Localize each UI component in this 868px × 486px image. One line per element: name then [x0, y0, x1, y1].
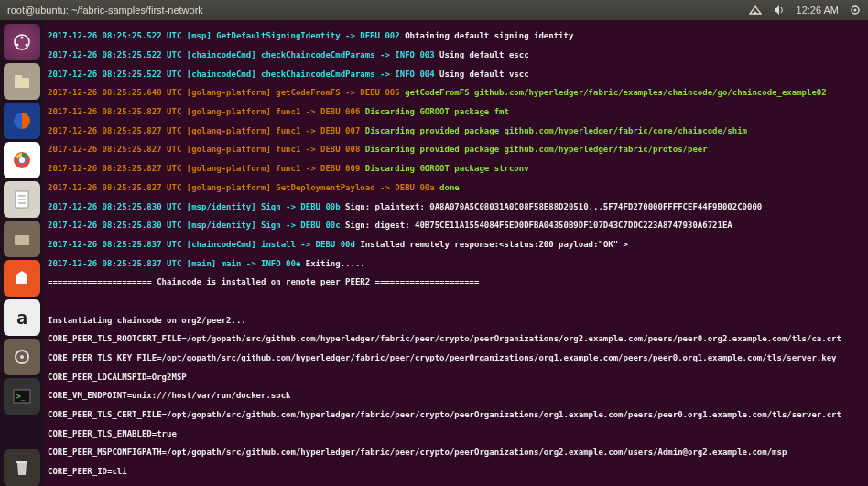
window-title: root@ubuntu: ~/fabric-samples/first-netw…	[7, 5, 749, 16]
files-icon[interactable]	[4, 63, 40, 100]
terminal-icon[interactable]: >_	[4, 378, 40, 415]
svg-point-19	[20, 355, 24, 359]
svg-rect-22	[16, 461, 27, 463]
gear-icon[interactable]	[850, 5, 861, 16]
svg-rect-7	[15, 75, 22, 79]
document-icon[interactable]	[4, 181, 40, 218]
amazon-icon[interactable]: a	[4, 299, 40, 336]
svg-point-1	[854, 9, 857, 12]
unity-launcher: a >_	[0, 20, 44, 486]
clock[interactable]: 12:26 AM	[797, 5, 839, 16]
volume-icon[interactable]	[773, 5, 786, 16]
log-line: 2017-12-26 08:25:25.522 UTC [msp] GetDef…	[48, 31, 405, 40]
settings-icon[interactable]	[4, 339, 40, 375]
terminal-output[interactable]: 2017-12-26 08:25:25.522 UTC [msp] GetDef…	[44, 20, 868, 486]
svg-point-4	[16, 44, 19, 47]
svg-point-5	[26, 44, 28, 47]
dash-icon[interactable]	[4, 24, 40, 60]
network-icon[interactable]	[749, 5, 762, 16]
svg-point-3	[21, 37, 24, 39]
svg-point-11	[19, 157, 25, 163]
firefox-icon[interactable]	[4, 103, 40, 139]
svg-rect-16	[15, 235, 29, 245]
trash-icon[interactable]	[4, 449, 40, 486]
system-tray: 12:26 AM	[749, 5, 861, 16]
svg-text:>_: >_	[16, 393, 26, 401]
top-menu-bar: root@ubuntu: ~/fabric-samples/first-netw…	[0, 0, 868, 20]
svg-rect-6	[15, 78, 29, 88]
chrome-icon[interactable]	[4, 142, 40, 178]
folder-icon[interactable]	[4, 221, 40, 257]
svg-rect-17	[16, 275, 27, 284]
software-center-icon[interactable]	[4, 260, 40, 297]
